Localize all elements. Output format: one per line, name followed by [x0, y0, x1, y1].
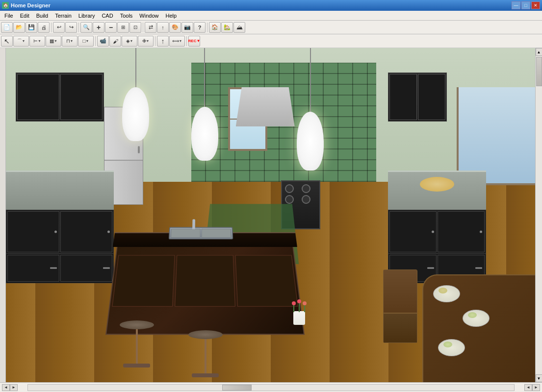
minimize-button[interactable]: —: [512, 1, 520, 9]
sep-2: [78, 23, 79, 32]
pendant-shade-2: [191, 107, 218, 161]
pendant-cord-1: [135, 48, 136, 87]
scroll-thumb-horizontal[interactable]: [222, 385, 252, 391]
dimension-tool[interactable]: ⊢▼: [29, 36, 45, 47]
bar-stool-1: [117, 320, 156, 368]
render-button[interactable]: 🎨: [169, 22, 181, 33]
menu-bar: File Edit Build Terrain Library CAD Tool…: [0, 11, 542, 21]
kitchen-sink: [168, 227, 232, 239]
bar-stool-2: [186, 330, 225, 377]
range-hood: [236, 87, 295, 126]
menu-cad[interactable]: CAD: [98, 11, 116, 20]
app-title: Home Designer: [11, 2, 51, 8]
menu-tools[interactable]: Tools: [117, 11, 136, 20]
house-view-button[interactable]: 🏠: [209, 22, 221, 33]
scrollbar-vertical: ▲ ▼: [535, 48, 542, 382]
cabinet-top-left: [16, 73, 104, 122]
zoom-magnify-button[interactable]: 🔍: [80, 22, 92, 33]
menu-edit[interactable]: Edit: [17, 11, 33, 20]
left-ruler: [0, 48, 6, 382]
pendant-shade-1: [122, 87, 149, 141]
dining-chair: [383, 270, 417, 343]
sep-3: [143, 23, 143, 32]
pendant-shade-3: [297, 112, 324, 171]
open-button[interactable]: 📂: [13, 22, 25, 33]
view-up-button[interactable]: ↑: [157, 22, 169, 33]
camera-walkthrough[interactable]: 📹: [97, 36, 109, 47]
pendant-cord-3: [310, 48, 311, 112]
redo-button[interactable]: ↪: [65, 22, 77, 33]
transform-tool[interactable]: ⟺▼: [169, 36, 185, 47]
print-button[interactable]: 🖨: [38, 22, 50, 33]
scroll-thumb-vertical[interactable]: [536, 57, 542, 86]
help-button[interactable]: ?: [194, 22, 206, 33]
plate-3: [438, 339, 465, 356]
maximize-button[interactable]: □: [521, 1, 530, 9]
close-button[interactable]: ✕: [531, 1, 540, 9]
fit-view-button[interactable]: ⊞: [117, 22, 129, 33]
zoom-in-button[interactable]: +: [93, 22, 104, 33]
new-button[interactable]: 📄: [1, 22, 13, 33]
pendant-cord-2: [204, 48, 205, 107]
house3d-button[interactable]: 🏡: [221, 22, 233, 33]
scroll-down-button[interactable]: ▼: [536, 374, 542, 382]
menu-build[interactable]: Build: [33, 11, 52, 20]
save-button[interactable]: 💾: [26, 22, 37, 33]
canvas-area[interactable]: [6, 48, 535, 382]
fit-all-button[interactable]: ⊡: [129, 22, 141, 33]
sep-1: [51, 23, 52, 32]
select-tool[interactable]: ↖: [1, 36, 13, 47]
menu-window[interactable]: Window: [136, 11, 162, 20]
terrain-view-button[interactable]: ⛰: [233, 22, 245, 33]
menu-file[interactable]: File: [1, 11, 17, 20]
status-bar: ◄ ► ◄ ►: [0, 382, 542, 392]
paint-tool[interactable]: 🖌: [109, 36, 121, 47]
main-area: ▲ ▼: [0, 48, 542, 382]
cabinet-top-right: [388, 73, 447, 122]
toolbar-row-1: 📄 📂 💾 🖨 ↩ ↪ 🔍 + − ⊞ ⊡ ⇄ ↑ 🎨 📷 ? 🏠 🏡 ⛰: [0, 21, 542, 34]
arrow-tool[interactable]: ↑: [157, 36, 169, 47]
faucet: [192, 219, 195, 229]
scroll-track-vertical[interactable]: [536, 56, 542, 374]
record-button[interactable]: REC▼: [188, 36, 200, 47]
polyline-tool[interactable]: ⌒▼: [13, 36, 29, 47]
sep-5: [95, 36, 96, 46]
flower-vase: [292, 301, 307, 326]
island-countertop: [113, 232, 297, 247]
sep-7: [186, 36, 187, 46]
scroll-far-left-button[interactable]: ◄: [524, 384, 532, 391]
window-controls: — □ ✕: [512, 1, 540, 9]
camera-button[interactable]: 📷: [181, 22, 193, 33]
app-icon: 🏠: [2, 2, 9, 9]
sep-4: [207, 23, 207, 32]
title-bar-left: 🏠 Home Designer: [2, 2, 51, 9]
sep-6: [155, 36, 155, 46]
scroll-left-buttons: ◄ ►: [2, 384, 18, 391]
view-arrows-button[interactable]: ⇄: [145, 22, 156, 33]
scroll-right-buttons: ◄ ►: [524, 384, 540, 391]
title-bar: 🏠 Home Designer — □ ✕: [0, 0, 542, 11]
menu-library[interactable]: Library: [75, 11, 99, 20]
pendant-light-3: [297, 48, 324, 166]
scrollbar-horizontal[interactable]: [27, 384, 515, 391]
object-tool[interactable]: ✙▼: [138, 36, 154, 47]
lower-cabinets-left: [6, 210, 114, 283]
toolbar-row-2: ↖ ⌒▼ ⊢▼ ▦▼ ⊓▼ □▼ 📹 🖌 ◈▼ ✙▼ ↑ ⟺▼ REC▼: [0, 34, 542, 48]
zoom-out-button[interactable]: −: [105, 22, 117, 33]
undo-button[interactable]: ↩: [53, 22, 65, 33]
wall-tool[interactable]: ▦▼: [46, 36, 61, 47]
vase-body: [293, 311, 305, 325]
pendant-light-1: [122, 48, 149, 136]
flowers: [292, 301, 307, 313]
window-tool[interactable]: □▼: [78, 36, 94, 47]
scroll-left-button[interactable]: ◄: [2, 384, 10, 391]
menu-terrain[interactable]: Terrain: [52, 11, 75, 20]
dining-table: [422, 274, 535, 382]
pendant-light-2: [191, 48, 218, 156]
scroll-up-button[interactable]: ▲: [536, 48, 542, 56]
scroll-far-right-button[interactable]: ►: [532, 384, 540, 391]
scroll-right-button[interactable]: ►: [10, 384, 18, 391]
menu-help[interactable]: Help: [162, 11, 180, 20]
door-tool[interactable]: ⊓▼: [62, 36, 77, 47]
material-tool[interactable]: ◈▼: [122, 36, 137, 47]
